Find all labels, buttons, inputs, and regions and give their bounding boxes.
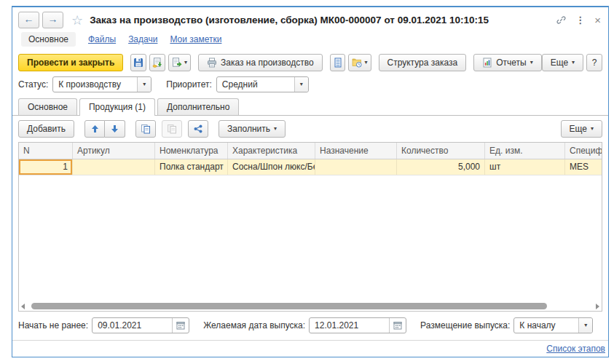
chevron-down-icon: ▾ bbox=[584, 323, 587, 328]
nav-item-notes[interactable]: Мои заметки bbox=[170, 34, 221, 44]
chevron-down-icon: ▾ bbox=[530, 60, 533, 66]
products-table: N Артикул Номенклатура Характеристика На… bbox=[18, 142, 602, 312]
grid-more-button[interactable]: Еще ▾ bbox=[561, 120, 602, 138]
cell-unit[interactable]: шт bbox=[485, 159, 565, 175]
print-order-button[interactable]: Заказ на производство bbox=[198, 54, 323, 71]
column-header-unit[interactable]: Ед. изм. bbox=[485, 143, 565, 159]
paste-row-button[interactable] bbox=[162, 120, 182, 138]
horizontal-scrollbar[interactable] bbox=[19, 301, 602, 311]
cell-specification[interactable]: MES bbox=[565, 159, 602, 175]
scroll-left-icon[interactable] bbox=[21, 304, 25, 309]
create-based-on-icon bbox=[172, 58, 182, 68]
scrollbar-track[interactable] bbox=[27, 303, 594, 309]
cell-quantity[interactable]: 5,000 bbox=[397, 159, 485, 175]
stages-list-link[interactable]: Список этапов bbox=[546, 344, 605, 354]
history-button[interactable]: ▾ bbox=[348, 54, 371, 71]
nav-item-files[interactable]: Файлы bbox=[88, 34, 116, 44]
folder-history-icon bbox=[352, 58, 362, 68]
calendar-icon bbox=[393, 321, 402, 330]
order-structure-button[interactable]: Структура заказа bbox=[379, 54, 467, 71]
cell-characteristic[interactable]: Сосна/Шпон люкс/Бе... bbox=[228, 159, 315, 175]
more-actions-icon[interactable]: ⋮ bbox=[575, 15, 585, 25]
forward-button[interactable]: → bbox=[42, 12, 63, 28]
cell-articul[interactable] bbox=[73, 159, 155, 175]
column-header-purpose[interactable]: Назначение bbox=[315, 143, 397, 159]
move-row-up-button[interactable] bbox=[84, 120, 105, 138]
chevron-down-icon: ▾ bbox=[184, 60, 187, 66]
navigation-links: Основное Файлы Задачи Мои заметки bbox=[12, 31, 608, 52]
chevron-down-icon: ▾ bbox=[143, 82, 146, 87]
priority-label: Приоритет: bbox=[166, 79, 212, 90]
chevron-down-icon: ▾ bbox=[591, 126, 594, 132]
cell-nomenclature[interactable]: Полка стандарт bbox=[155, 159, 228, 175]
nav-item-tasks[interactable]: Задачи bbox=[128, 34, 157, 44]
calendar-button[interactable] bbox=[389, 318, 406, 333]
create-based-on-button[interactable]: ▾ bbox=[168, 54, 191, 71]
column-header-quantity[interactable]: Количество bbox=[397, 143, 485, 159]
desired-release-field[interactable]: 12.01.2021 bbox=[309, 317, 406, 333]
column-header-articul[interactable]: Артикул bbox=[73, 143, 155, 159]
back-arrow-icon: ← bbox=[24, 13, 34, 25]
add-row-button[interactable]: Добавить bbox=[18, 120, 74, 138]
back-button[interactable]: ← bbox=[18, 12, 39, 28]
structure-view-button[interactable] bbox=[188, 120, 208, 138]
page-title: Заказ на производство (изготовление, сбо… bbox=[90, 15, 552, 25]
placement-select[interactable]: К началу ▾ bbox=[513, 317, 593, 333]
nav-item-main[interactable]: Основное bbox=[21, 32, 76, 47]
printer-icon bbox=[207, 58, 217, 68]
status-select[interactable]: К производству ▾ bbox=[52, 76, 151, 92]
tab-bar: Основное Продукция (1) Дополнительно bbox=[12, 97, 608, 116]
status-row: Статус: К производству ▾ Приоритет: Сред… bbox=[12, 74, 608, 97]
chevron-down-icon: ▾ bbox=[572, 60, 575, 66]
close-icon[interactable]: × bbox=[594, 14, 601, 26]
title-bar: ← → ☆ Заказ на производство (изготовлени… bbox=[12, 7, 608, 31]
arrow-down-icon bbox=[111, 124, 119, 133]
start-not-earlier-field[interactable]: 09.01.2021 bbox=[92, 317, 189, 333]
cell-n[interactable]: 1 bbox=[19, 159, 73, 175]
desired-release-label: Желаемая дата выпуска: bbox=[203, 320, 305, 331]
chevron-down-icon: ▾ bbox=[274, 126, 277, 132]
forward-arrow-icon: → bbox=[48, 13, 58, 25]
chevron-down-icon: ▾ bbox=[364, 60, 367, 66]
favorite-star-icon[interactable]: ☆ bbox=[71, 14, 83, 27]
scrollbar-thumb[interactable] bbox=[31, 303, 547, 309]
scroll-right-icon[interactable] bbox=[596, 304, 599, 309]
order-journal-button[interactable] bbox=[330, 54, 346, 71]
reports-button[interactable]: Отчеты ▾ bbox=[473, 54, 542, 71]
table-row[interactable]: 1 Полка стандарт Сосна/Шпон люкс/Бе... 5… bbox=[19, 159, 602, 175]
column-header-characteristic[interactable]: Характеристика bbox=[228, 143, 315, 159]
dropdown-button[interactable]: ▾ bbox=[294, 77, 308, 92]
post-and-close-button[interactable]: Провести и закрыть bbox=[18, 54, 123, 71]
calendar-button[interactable] bbox=[172, 318, 189, 333]
start-not-earlier-label: Начать не ранее: bbox=[18, 320, 88, 331]
priority-select[interactable]: Средний ▾ bbox=[216, 76, 309, 92]
get-link-icon[interactable] bbox=[556, 15, 566, 25]
dropdown-button[interactable]: ▾ bbox=[137, 77, 151, 92]
post-document-button[interactable] bbox=[149, 54, 165, 71]
table-empty-area bbox=[19, 175, 602, 301]
status-label: Статус: bbox=[18, 79, 48, 90]
chevron-down-icon: ▾ bbox=[300, 82, 303, 87]
production-order-window: ← → ☆ Заказ на производство (изготовлени… bbox=[12, 6, 609, 357]
dropdown-button[interactable]: ▾ bbox=[578, 318, 592, 333]
tab-additional[interactable]: Дополнительно bbox=[157, 98, 239, 115]
tab-products[interactable]: Продукция (1) bbox=[79, 98, 155, 116]
move-row-down-button[interactable] bbox=[105, 120, 125, 138]
column-header-specification[interactable]: Специфи bbox=[565, 143, 602, 159]
fill-button[interactable]: Заполнить ▾ bbox=[219, 120, 286, 138]
dates-row: Начать не ранее: 09.01.2021 bbox=[18, 312, 602, 340]
column-header-nomenclature[interactable]: Номенклатура bbox=[155, 143, 228, 159]
tab-main[interactable]: Основное bbox=[18, 98, 77, 115]
cell-purpose[interactable] bbox=[315, 159, 397, 175]
column-header-n[interactable]: N bbox=[19, 143, 73, 159]
copy-row-button[interactable] bbox=[135, 120, 156, 138]
more-button[interactable]: Еще ▾ bbox=[542, 54, 583, 71]
placement-label: Размещение выпуска: bbox=[420, 320, 510, 331]
help-button[interactable]: ? bbox=[586, 54, 602, 71]
arrow-up-icon bbox=[91, 124, 99, 133]
footer-bar: Список этапов bbox=[12, 340, 608, 357]
document-list-icon bbox=[333, 58, 343, 68]
post-document-icon bbox=[152, 58, 162, 68]
main-toolbar: Провести и закрыть bbox=[12, 52, 608, 74]
save-button[interactable] bbox=[130, 54, 146, 71]
